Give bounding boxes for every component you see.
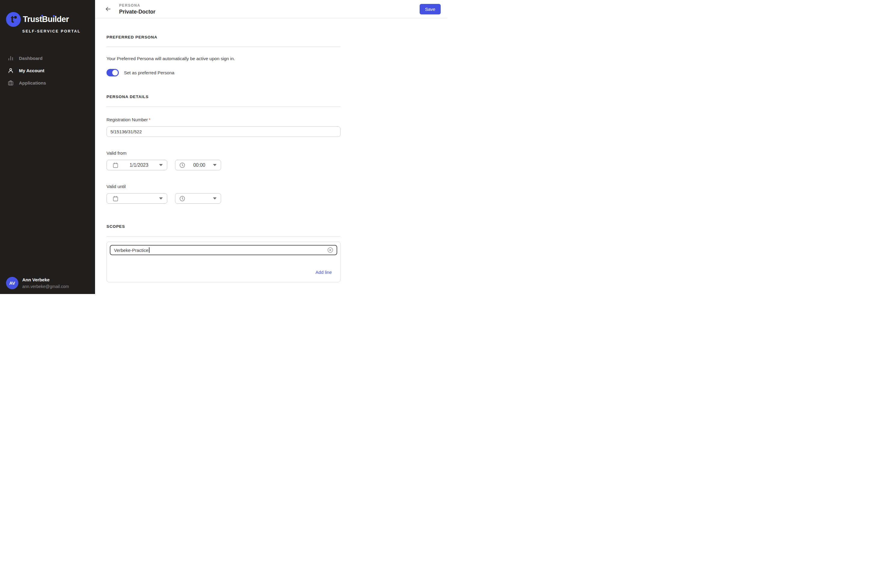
preferred-persona-toggle[interactable] [106, 69, 119, 76]
brand-part: Bu [42, 15, 53, 24]
person-icon [8, 67, 14, 74]
main-area: PERSONA Private-Doctor Save PREFERRED PE… [95, 0, 447, 294]
chevron-down-icon [213, 164, 217, 166]
chevron-down-icon [213, 197, 217, 200]
scope-line-input[interactable]: Verbeke-Practice [110, 245, 337, 255]
divider [106, 236, 341, 237]
logo-dot [14, 16, 17, 19]
valid-until-row [106, 193, 341, 204]
title-block: PERSONA Private-Doctor [119, 3, 156, 15]
brand-part: t [39, 15, 42, 24]
sidebar-item-label: My Account [19, 68, 44, 73]
valid-until-date-picker[interactable] [106, 193, 167, 204]
brand-part: lder [55, 15, 69, 24]
valid-from-time-value: 00:00 [186, 162, 213, 168]
trustbuilder-logo-icon: t [6, 12, 21, 27]
section-scopes: SCOPES Verbeke-Practice Add line [106, 224, 341, 282]
valid-from-time-picker[interactable]: 00:00 [175, 160, 221, 170]
valid-until-time-picker[interactable] [175, 193, 221, 204]
briefcase-icon [8, 80, 14, 86]
sidebar-nav: Dashboard My Account Applications [0, 52, 95, 89]
brand-block: t TrustBuilder SELF-SERVICE PORTAL [0, 0, 95, 33]
brand-wordmark: TrustBuilder [23, 15, 69, 24]
clock-icon [179, 162, 186, 169]
valid-from-row: 1/1/2023 00:00 [106, 160, 341, 170]
valid-from-date-picker[interactable]: 1/1/2023 [106, 160, 167, 170]
registration-number-label: Registration Number* [106, 117, 341, 122]
user-block[interactable]: AV Ann Verbeke ann.verbeke@gmail.com [0, 277, 95, 294]
toggle-knob [112, 70, 118, 76]
user-email: ann.verbeke@gmail.com [22, 284, 69, 289]
brand-part: i [53, 15, 55, 24]
section-preferred-persona: PREFERRED PERSONA Your Preferred Persona… [106, 35, 341, 76]
toggle-label: Set as preferred Persona [124, 70, 174, 75]
section-persona-details: PERSONA DETAILS Registration Number* Val… [106, 94, 341, 204]
scope-line-value: Verbeke-Practice [114, 248, 148, 253]
valid-from-label: Valid from [106, 150, 341, 156]
scopes-box: Verbeke-Practice Add line [106, 242, 341, 282]
chevron-down-icon [159, 197, 163, 200]
text-cursor [149, 247, 150, 253]
persona-eyebrow: PERSONA [119, 3, 156, 8]
circle-x-icon [327, 247, 334, 253]
sidebar-item-label: Applications [19, 80, 46, 85]
label-text: Registration Number [106, 117, 148, 122]
page-title: Private-Doctor [119, 9, 156, 15]
logo-letter: t [11, 14, 14, 24]
sidebar-item-my-account[interactable]: My Account [0, 64, 95, 77]
section-title: PERSONA DETAILS [106, 94, 341, 99]
sidebar-item-dashboard[interactable]: Dashboard [0, 52, 95, 64]
add-line-link[interactable]: Add line [316, 270, 332, 275]
sidebar: t TrustBuilder SELF-SERVICE PORTAL Dashb… [0, 0, 95, 294]
calendar-icon [112, 162, 119, 169]
page-header: PERSONA Private-Doctor Save [95, 0, 447, 18]
arrow-left-icon [105, 6, 111, 12]
content: PREFERRED PERSONA Your Preferred Persona… [95, 18, 341, 282]
sidebar-item-applications[interactable]: Applications [0, 77, 95, 89]
required-asterisk: * [149, 117, 151, 122]
clock-icon [179, 195, 186, 202]
user-name: Ann Verbeke [22, 277, 69, 283]
chevron-down-icon [159, 164, 163, 166]
save-button[interactable]: Save [420, 4, 441, 14]
sidebar-item-label: Dashboard [19, 56, 42, 61]
brand-part: Trus [23, 15, 39, 24]
brand-subtitle: SELF-SERVICE PORTAL [22, 29, 89, 33]
back-button[interactable] [104, 5, 112, 13]
divider [106, 47, 341, 47]
clear-scope-button[interactable] [327, 247, 334, 253]
add-line-row: Add line [110, 270, 337, 279]
preferred-persona-description: Your Preferred Persona will automaticall… [106, 56, 341, 61]
calendar-icon [112, 195, 119, 202]
valid-from-date-value: 1/1/2023 [119, 162, 159, 168]
avatar: AV [6, 277, 18, 289]
valid-until-label: Valid until [106, 184, 341, 189]
preferred-persona-toggle-row: Set as preferred Persona [106, 69, 341, 76]
section-title: PREFERRED PERSONA [106, 35, 341, 39]
section-title: SCOPES [106, 224, 341, 229]
registration-number-input[interactable] [106, 126, 341, 137]
bar-chart-icon [8, 55, 14, 61]
